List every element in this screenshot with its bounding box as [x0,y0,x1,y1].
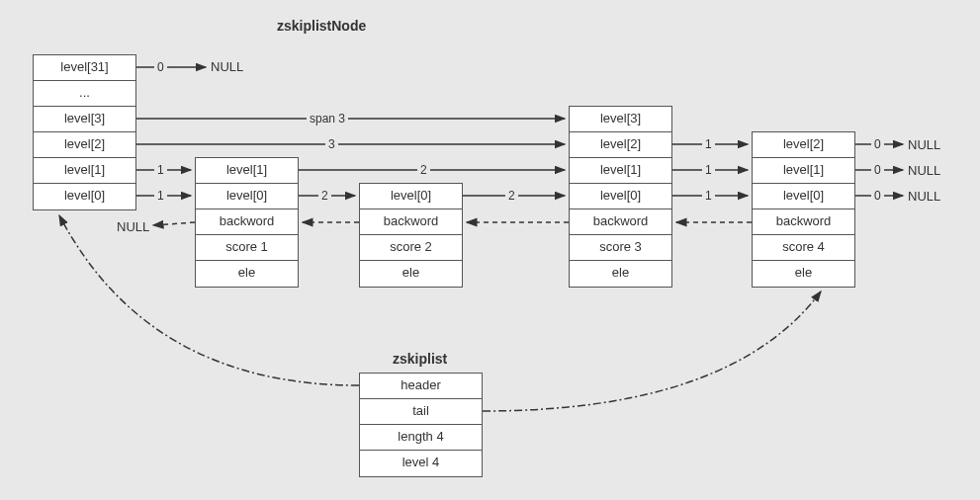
node3-level1: level[1] [570,158,671,184]
zskiplist-length: length 4 [360,425,482,451]
svg-line-14 [153,222,195,225]
span-n4-l1: 0 [871,163,884,177]
null-n4-l0: NULL [908,189,940,204]
span-h-l31: 0 [154,60,167,74]
node3-score: score 3 [570,235,671,261]
header-cell-level0: level[0] [34,184,135,209]
header-cell-level3: level[3] [34,107,135,132]
span-h-l0: 1 [154,189,167,203]
span-h-l1: 1 [154,163,167,177]
node4-level1: level[1] [753,158,854,184]
header-cell-ellipsis: ... [34,81,135,107]
node1-score: score 1 [196,235,298,261]
span-n2-l0: 2 [505,189,518,203]
span-n3-l1: 1 [702,163,715,177]
null-n4-l1: NULL [908,163,940,178]
title-zskiplist: zskiplist [393,351,447,367]
null-n4-l2: NULL [908,137,940,152]
node3-level3: level[3] [570,107,671,132]
span-n3-l0: 1 [702,189,715,203]
header-cell-level31: level[31] [34,55,135,81]
node4-level0: level[0] [753,184,854,209]
node2-score: score 2 [360,235,462,261]
node2-backword: backword [360,209,462,235]
node3: level[3] level[2] level[1] level[0] back… [569,106,672,288]
node2-level0: level[0] [360,184,462,209]
node4: level[2] level[1] level[0] backword scor… [752,131,855,288]
span-h-l3: span 3 [307,112,348,125]
span-n1-l0: 2 [318,189,331,203]
node1-level1: level[1] [196,158,298,184]
title-zskiplistnode: zskiplistNode [277,18,366,34]
span-n4-l2: 0 [871,137,884,151]
node3-level0: level[0] [570,184,671,209]
span-n1-l1: 2 [417,163,430,177]
null-header-l31: NULL [211,59,243,74]
node3-ele: ele [570,261,671,287]
span-n4-l0: 0 [871,189,884,203]
header-cell-level2: level[2] [34,132,135,158]
node4-level2: level[2] [753,132,854,158]
zskiplist-box: header tail length 4 level 4 [359,373,483,477]
null-backword-n1: NULL [117,219,149,234]
node3-level2: level[2] [570,132,671,158]
header-node: level[31] ... level[3] level[2] level[1]… [33,54,136,210]
zskiplist-header: header [360,374,482,399]
node1-ele: ele [196,261,298,287]
node4-ele: ele [753,261,854,287]
node4-backword: backword [753,209,854,235]
node1: level[1] level[0] backword score 1 ele [195,157,299,288]
node4-score: score 4 [753,235,854,261]
node1-backword: backword [196,209,298,235]
zskiplist-level: level 4 [360,451,482,476]
span-n3-l2: 1 [702,137,715,151]
node1-level0: level[0] [196,184,298,209]
node3-backword: backword [570,209,671,235]
node2-ele: ele [360,261,462,287]
zskiplist-tail: tail [360,399,482,425]
span-h-l2: 3 [325,137,338,151]
node2: level[0] backword score 2 ele [359,183,463,288]
header-cell-level1: level[1] [34,158,135,184]
